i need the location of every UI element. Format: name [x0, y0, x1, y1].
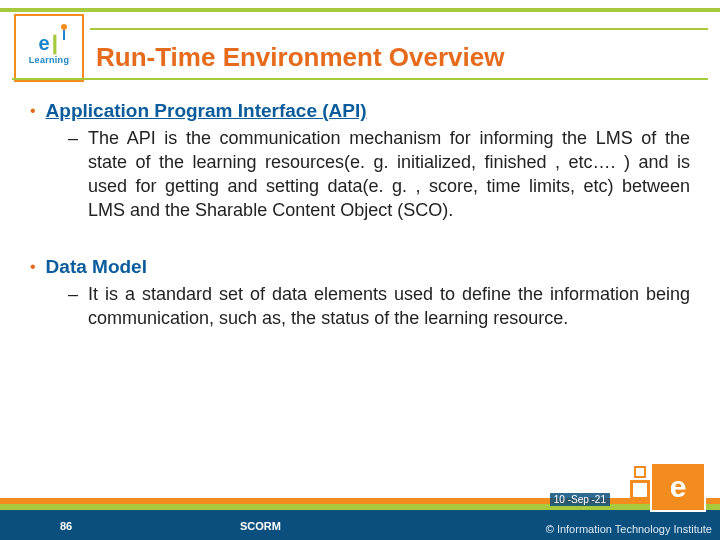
- bullet-item: • Data Model: [30, 256, 690, 278]
- bullet-heading: Data Model: [46, 256, 147, 278]
- logo-figure-icon: [58, 24, 70, 40]
- footer-label: SCORM: [240, 520, 281, 532]
- copyright-symbol: ©: [546, 523, 554, 535]
- bullet-item: • Application Program Interface (API): [30, 100, 690, 122]
- bullet-dot-icon: •: [30, 100, 36, 122]
- logo-letter: e┃: [38, 32, 59, 55]
- top-accent-line: [0, 8, 720, 12]
- header-top-rule: [90, 28, 708, 30]
- dash-icon: –: [68, 126, 78, 150]
- brand-logo: e┃ Learning: [14, 14, 84, 82]
- page-title: Run-Time Environment Overview: [96, 42, 504, 73]
- bullet-heading: Application Program Interface (API): [46, 100, 367, 122]
- bullet-dot-icon: •: [30, 256, 36, 278]
- footer-credit: © Information Technology Institute: [546, 523, 712, 535]
- dash-icon: –: [68, 282, 78, 306]
- page-number: 86: [60, 520, 72, 532]
- institute-logo: e: [650, 462, 706, 512]
- header-bottom-rule: [12, 78, 708, 80]
- decorative-square-icon: [630, 480, 650, 500]
- sub-bullet-text: It is a standard set of data elements us…: [88, 282, 690, 330]
- sub-bullet-item: – It is a standard set of data elements …: [68, 282, 690, 330]
- logo-subtext: Learning: [29, 55, 69, 65]
- credit-text: Information Technology Institute: [557, 523, 712, 535]
- sub-bullet-item: – The API is the communication mechanism…: [68, 126, 690, 222]
- decorative-square-icon: [634, 466, 646, 478]
- institute-logo-letter: e: [670, 470, 687, 504]
- footer-date: 10 -Sep -21: [550, 493, 610, 506]
- logo-letter-text: e: [38, 32, 49, 54]
- sub-bullet-text: The API is the communication mechanism f…: [88, 126, 690, 222]
- content-area: • Application Program Interface (API) – …: [30, 100, 690, 330]
